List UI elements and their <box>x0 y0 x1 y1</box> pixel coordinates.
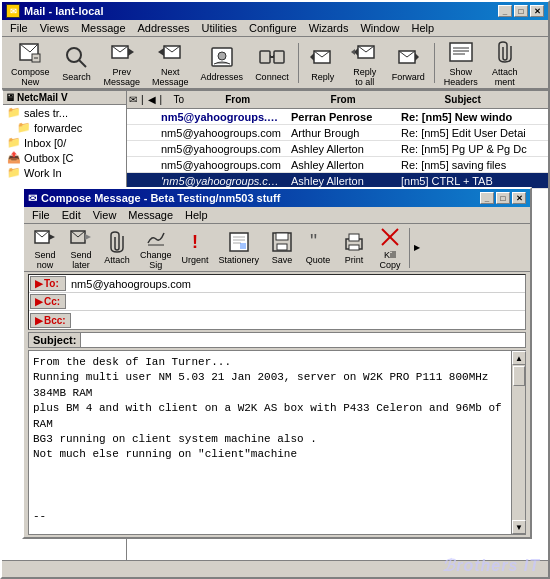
scroll-down-button[interactable]: ▼ <box>512 520 526 534</box>
close-button[interactable]: ✕ <box>530 5 544 17</box>
scroll-thumb[interactable] <box>513 366 525 386</box>
next-message-button[interactable]: NextMessage <box>147 40 194 86</box>
folder-label-outbox: Outbox [C <box>24 152 74 164</box>
folder-icon-workin: 📁 <box>7 166 21 179</box>
sender-col-label: From <box>331 94 441 105</box>
kill-copy-icon <box>378 225 402 249</box>
compose-menu-help[interactable]: Help <box>179 208 214 222</box>
folder-item-inbox[interactable]: 📁 Inbox [0/ <box>3 135 126 150</box>
email-row[interactable]: nm5@yahoogroups.com Arthur Brough Re: [n… <box>127 125 548 141</box>
bcc-input[interactable] <box>72 313 525 327</box>
print-button[interactable]: Print <box>337 227 371 269</box>
forward-icon <box>394 43 422 71</box>
svg-rect-56 <box>277 244 287 250</box>
compose-icon <box>16 38 44 66</box>
forward-button[interactable]: Forward <box>387 40 430 86</box>
svg-text:!: ! <box>192 232 198 252</box>
urgent-button[interactable]: ! Urgent <box>178 227 213 269</box>
cc-input[interactable] <box>67 295 525 309</box>
svg-rect-35 <box>450 43 472 61</box>
stationery-button[interactable]: Stationery <box>215 227 264 269</box>
menu-file[interactable]: File <box>4 21 34 35</box>
cc-button[interactable]: ▶Cc: <box>30 294 66 309</box>
svg-text:": " <box>310 230 317 252</box>
maximize-button[interactable]: □ <box>514 5 528 17</box>
headers-icon <box>447 38 475 66</box>
stationery-icon <box>227 230 251 254</box>
compose-menu-message[interactable]: Message <box>122 208 179 222</box>
connect-button[interactable]: Connect <box>250 40 294 86</box>
send-now-label: Sendnow <box>34 251 55 271</box>
svg-marker-40 <box>49 234 55 240</box>
to-button[interactable]: ▶To: <box>30 276 66 291</box>
folder-icon-inbox: 📁 <box>7 136 21 149</box>
reply-button[interactable]: Reply <box>303 40 343 86</box>
email-row[interactable]: nm5@yahoogroups.com Perran Penrose Re: [… <box>127 109 548 125</box>
menu-message[interactable]: Message <box>75 21 132 35</box>
menu-window[interactable]: Window <box>354 21 405 35</box>
compose-menu-file[interactable]: File <box>26 208 56 222</box>
email-row[interactable]: nm5@yahoogroups.com Ashley Allerton Re: … <box>127 141 548 157</box>
email-list-icon2: | <box>141 94 144 105</box>
menu-utilities[interactable]: Utilities <box>196 21 243 35</box>
compose-menu-edit[interactable]: Edit <box>56 208 87 222</box>
reply-all-button[interactable]: Replyto all <box>345 40 385 86</box>
attach-file-button[interactable]: Attach <box>100 227 134 269</box>
folder-item-outbox[interactable]: 📤 Outbox [C <box>3 150 126 165</box>
compose-title-left: ✉ Compose Message - Beta Testing/nm503 s… <box>28 192 280 205</box>
email-cell-subject-1: Re: [nm5] New windo <box>397 110 548 124</box>
folder-item-forwarded[interactable]: 📁 forwardec <box>3 120 126 135</box>
save-icon <box>270 230 294 254</box>
email-cell-subject-5: [nm5] CTRL + TAB <box>397 174 548 188</box>
search-button[interactable]: Search <box>57 40 97 86</box>
bcc-button[interactable]: ▶Bcc: <box>30 313 71 328</box>
quote-label: Quote <box>306 256 331 266</box>
reply-icon <box>309 43 337 71</box>
svg-point-16 <box>218 52 226 60</box>
svg-rect-59 <box>349 234 359 241</box>
folder-label-forwarded: forwardec <box>34 122 82 134</box>
svg-marker-44 <box>85 234 91 240</box>
menu-addresses[interactable]: Addresses <box>132 21 196 35</box>
compose-close-button[interactable]: ✕ <box>512 192 526 204</box>
attachments-button[interactable]: Attachment <box>485 40 525 86</box>
compose-menu-view[interactable]: View <box>87 208 123 222</box>
prev-message-button[interactable]: PrevMessage <box>99 40 146 86</box>
send-later-button[interactable]: Sendlater <box>64 227 98 269</box>
compose-body-textarea[interactable]: From the desk of Ian Turner... Running m… <box>29 351 511 534</box>
show-headers-button[interactable]: ShowHeaders <box>439 40 483 86</box>
compose-body-scrollbar: ▲ ▼ <box>511 351 525 534</box>
menu-views[interactable]: Views <box>34 21 75 35</box>
minimize-button[interactable]: _ <box>498 5 512 17</box>
connect-icon <box>258 43 286 71</box>
urgent-icon: ! <box>183 230 207 254</box>
send-now-button[interactable]: Sendnow <box>28 227 62 269</box>
change-sig-button[interactable]: ChangeSig <box>136 227 176 269</box>
email-row[interactable]: nm5@yahoogroups.com Ashley Allerton Re: … <box>127 157 548 173</box>
change-sig-icon <box>144 225 168 249</box>
email-cell-to-2 <box>127 132 157 134</box>
svg-marker-23 <box>310 53 314 61</box>
scroll-up-button[interactable]: ▲ <box>512 351 526 365</box>
svg-marker-28 <box>351 49 355 55</box>
to-input[interactable] <box>67 277 525 291</box>
addresses-button[interactable]: Addresses <box>196 40 249 86</box>
menu-wizards[interactable]: Wizards <box>303 21 355 35</box>
menu-help[interactable]: Help <box>406 21 441 35</box>
folder-item-workin[interactable]: 📁 Work In <box>3 165 126 180</box>
kill-copy-button[interactable]: KillCopy <box>373 227 407 269</box>
quote-button[interactable]: " Quote <box>301 227 335 269</box>
save-button[interactable]: Save <box>265 227 299 269</box>
compose-maximize-button[interactable]: □ <box>496 192 510 204</box>
reply-all-icon <box>351 38 379 66</box>
email-cell-sender-3: Ashley Allerton <box>287 142 397 156</box>
quote-icon: " <box>306 230 330 254</box>
email-cell-to-5 <box>127 180 157 182</box>
compose-new-button[interactable]: ComposeNew <box>6 40 55 86</box>
folder-item-sales[interactable]: 📁 sales tr... <box>3 105 126 120</box>
toolbar-separator-2 <box>434 43 435 83</box>
compose-toolbar-scroll[interactable]: ▶ <box>409 228 423 268</box>
subject-input[interactable] <box>81 333 525 347</box>
compose-minimize-button[interactable]: _ <box>480 192 494 204</box>
menu-configure[interactable]: Configure <box>243 21 303 35</box>
